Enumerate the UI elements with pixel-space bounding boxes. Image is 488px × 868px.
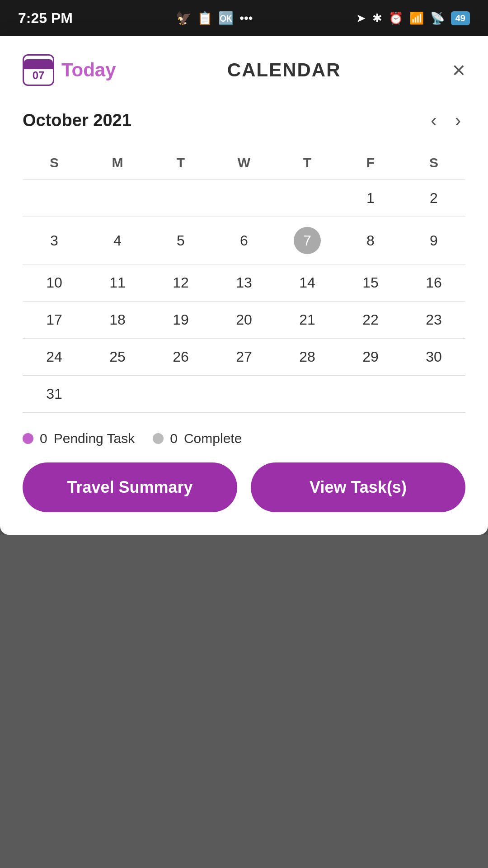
prev-month-button[interactable]: ‹	[426, 108, 441, 132]
calendar-icon: 07	[23, 54, 54, 86]
location-icon: ➤	[356, 11, 366, 25]
calendar-day-empty	[86, 376, 149, 412]
calendar-day-2[interactable]: 2	[402, 180, 465, 217]
wifi-icon: 📡	[430, 11, 445, 25]
calendar-day-empty	[276, 376, 339, 412]
month-year-label: October 2021	[23, 111, 131, 130]
status-icons: 🦅 📋 🆗 •••	[176, 11, 253, 26]
status-right: ➤ ✱ ⏰ 📶 📡 49	[356, 11, 470, 25]
calendar-day-15[interactable]: 15	[339, 264, 402, 301]
calendar-day-22[interactable]: 22	[339, 302, 402, 338]
calendar-week-5: 24 25 26 27 28 29 30	[23, 339, 465, 376]
calendar-day-11[interactable]: 11	[86, 264, 149, 301]
calendar-day-28[interactable]: 28	[276, 339, 339, 375]
day-header-sun: S	[23, 151, 86, 175]
calendar-title: CALENDAR	[227, 59, 341, 81]
calendar-day	[276, 180, 339, 217]
pending-legend-item: 0 Pending Task	[23, 431, 135, 446]
calendar-day-10[interactable]: 10	[23, 264, 86, 301]
calendar-day-14[interactable]: 14	[276, 264, 339, 301]
calendar-day-31[interactable]: 31	[23, 376, 86, 412]
pending-dot	[23, 433, 33, 444]
app-icon-1: 📋	[197, 11, 213, 26]
view-tasks-button[interactable]: View Task(s)	[251, 462, 465, 512]
next-month-button[interactable]: ›	[450, 108, 465, 132]
calendar-day-5[interactable]: 5	[149, 217, 212, 264]
today-badge: 07 Today	[23, 54, 116, 86]
calendar-day-16[interactable]: 16	[402, 264, 465, 301]
day-headers: S M T W T F S	[23, 151, 465, 175]
day-header-tue: T	[149, 151, 212, 175]
travel-summary-button[interactable]: Travel Summary	[23, 462, 237, 512]
calendar-day-26[interactable]: 26	[149, 339, 212, 375]
calendar-grid: S M T W T F S 1 2	[23, 151, 465, 413]
calendar-week-1: 1 2	[23, 180, 465, 217]
calendar-day-25[interactable]: 25	[86, 339, 149, 375]
calendar-week-4: 17 18 19 20 21 22 23	[23, 302, 465, 339]
task-legend: 0 Pending Task 0 Complete	[23, 431, 465, 446]
more-icon: •••	[239, 11, 253, 25]
complete-legend-item: 0 Complete	[153, 431, 242, 446]
calendar-day-19[interactable]: 19	[149, 302, 212, 338]
calendar-week-6: 31	[23, 376, 465, 413]
day-header-fri: F	[339, 151, 402, 175]
calendar-day-23[interactable]: 23	[402, 302, 465, 338]
status-bar: 7:25 PM 🦅 📋 🆗 ••• ➤ ✱ ⏰ 📶 📡 49	[0, 0, 488, 36]
calendar-day-empty	[212, 376, 276, 412]
calendar-week-3: 10 11 12 13 14 15 16	[23, 264, 465, 302]
close-button[interactable]: ×	[452, 59, 465, 81]
notification-icon: 🦅	[176, 11, 192, 26]
calendar-weeks: 1 2 3 4 5 6 7 8 9 10 11 12	[23, 179, 465, 413]
calendar-day-empty	[339, 376, 402, 412]
calendar-day	[86, 180, 149, 217]
card-header: 07 Today CALENDAR ×	[23, 54, 465, 86]
calendar-day-9[interactable]: 9	[402, 217, 465, 264]
background-overlay	[0, 535, 488, 868]
battery-indicator: 49	[451, 11, 470, 25]
complete-dot	[153, 433, 164, 444]
month-navigation: October 2021 ‹ ›	[23, 108, 465, 132]
calendar-day-7-today[interactable]: 7	[276, 217, 339, 264]
calendar-day-30[interactable]: 30	[402, 339, 465, 375]
today-label: Today	[61, 59, 116, 81]
day-header-wed: W	[212, 151, 276, 175]
calendar-day-27[interactable]: 27	[212, 339, 276, 375]
pending-count: 0	[40, 431, 47, 446]
calendar-day-empty	[402, 376, 465, 412]
complete-count: 0	[170, 431, 178, 446]
calendar-day-number: 07	[33, 70, 45, 81]
calendar-day	[212, 180, 276, 217]
calendar-week-2: 3 4 5 6 7 8 9	[23, 217, 465, 264]
complete-label: Complete	[184, 431, 242, 446]
app-icon-2: 🆗	[218, 11, 234, 26]
bluetooth-icon: ✱	[372, 11, 382, 25]
calendar-day-12[interactable]: 12	[149, 264, 212, 301]
nav-arrows: ‹ ›	[426, 108, 465, 132]
calendar-day-6[interactable]: 6	[212, 217, 276, 264]
calendar-day-13[interactable]: 13	[212, 264, 276, 301]
calendar-day	[149, 180, 212, 217]
calendar-day	[23, 180, 86, 217]
calendar-day-4[interactable]: 4	[86, 217, 149, 264]
status-time: 7:25 PM	[18, 10, 73, 27]
calendar-day-21[interactable]: 21	[276, 302, 339, 338]
calendar-day-3[interactable]: 3	[23, 217, 86, 264]
calendar-card: 07 Today CALENDAR × October 2021 ‹ › S M…	[0, 36, 488, 535]
calendar-day-8[interactable]: 8	[339, 217, 402, 264]
phone-screen: 07 Today CALENDAR × October 2021 ‹ › S M…	[0, 36, 488, 868]
day-header-mon: M	[86, 151, 149, 175]
pending-label: Pending Task	[54, 431, 135, 446]
calendar-day-29[interactable]: 29	[339, 339, 402, 375]
calendar-day-1[interactable]: 1	[339, 180, 402, 217]
calendar-day-17[interactable]: 17	[23, 302, 86, 338]
calendar-day-20[interactable]: 20	[212, 302, 276, 338]
alarm-icon: ⏰	[389, 11, 403, 25]
action-buttons: Travel Summary View Task(s)	[23, 462, 465, 512]
calendar-day-empty	[149, 376, 212, 412]
day-header-thu: T	[276, 151, 339, 175]
cal-icon-top	[24, 59, 53, 69]
day-header-sat: S	[402, 151, 465, 175]
signal-icon: 📶	[409, 11, 424, 25]
calendar-day-18[interactable]: 18	[86, 302, 149, 338]
calendar-day-24[interactable]: 24	[23, 339, 86, 375]
